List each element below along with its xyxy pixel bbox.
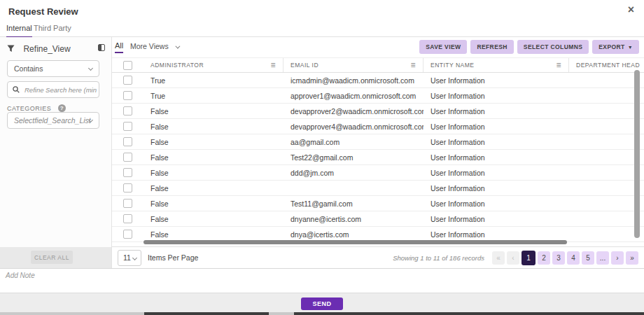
tab-third-party[interactable]: Third Party [34,21,71,37]
cell-department-head [569,104,644,118]
send-button[interactable]: SEND [301,298,343,310]
operator-select-value: Contains [14,64,43,73]
table-row[interactable]: False dnyanne@icertis.com User Informati… [112,211,644,227]
cell-email-id: dnya@icertis.com [284,227,424,241]
table-row[interactable]: False devapprover4@waadicm.onmicrosoft.c… [112,119,644,134]
table-row[interactable]: False Test11@gamil.com User Information [112,196,644,211]
first-page-button[interactable]: « [492,251,505,265]
note-area [0,268,644,293]
cell-department-head [569,196,644,211]
export-button[interactable]: EXPORT▼ [592,40,639,54]
refresh-button[interactable]: REFRESH [470,40,513,54]
help-icon[interactable]: ? [58,104,66,112]
next-page-button[interactable]: › [611,251,624,265]
table-row[interactable]: True icmadmin@waadicm.onmicrosoft.com Us… [112,73,644,88]
add-note-input[interactable] [0,269,644,293]
cell-department-head [569,150,644,164]
row-checkbox-cell [112,88,144,103]
page-buttons: 12345... [522,251,609,265]
row-checkbox[interactable] [123,76,132,85]
row-checkbox[interactable] [123,199,132,208]
operator-select[interactable]: Contains [7,60,99,77]
row-checkbox-cell [112,211,144,226]
cell-administrator: True [144,73,284,88]
row-checkbox[interactable] [123,214,132,223]
page-number-button[interactable]: 4 [567,251,580,265]
categories-select[interactable]: Selectfield_Search_List [7,112,99,129]
table-row[interactable]: False User Information [112,181,644,196]
cell-email-id: icmadmin@waadicm.onmicrosoft.com [284,73,424,88]
categories-row: CATEGORIES ? [7,102,66,110]
horizontal-scrollbar[interactable] [144,240,567,244]
row-checkbox[interactable] [123,106,132,115]
page-size-wrap: 11 Items Per Page [118,250,198,266]
cell-email-id: dnyanne@icertis.com [284,211,424,226]
last-page-button[interactable]: » [626,251,638,265]
column-header-administrator[interactable]: ADMINISTRATOR ≡ [144,58,284,72]
column-header-label: ADMINISTRATOR [150,62,204,69]
cell-administrator: False [144,165,284,180]
categories-label: CATEGORIES [7,105,51,112]
cell-department-head [569,165,644,180]
column-header-email-id[interactable]: EMAIL ID ≡ [284,58,424,72]
page-number-button[interactable]: 1 [522,251,536,265]
column-menu-icon[interactable]: ≡ [410,61,416,69]
cell-entity-name: User Information [424,181,569,195]
prev-page-button[interactable]: ‹ [507,251,519,265]
cell-email-id: Test11@gamil.com [284,196,424,211]
select-all-checkbox[interactable] [123,61,132,70]
refine-header: Refine_View [7,42,107,55]
table-footer: 11 Items Per Page Showing 1 to 11 of 186… [112,246,644,268]
column-menu-icon[interactable]: ≡ [556,61,561,69]
cell-entity-name: User Information [424,196,569,211]
cell-entity-name: User Information [424,211,569,226]
table-row[interactable]: False ddd@jm.com User Information [112,165,644,181]
row-checkbox[interactable] [123,183,132,192]
page-size-select[interactable]: 11 [118,250,141,266]
row-checkbox[interactable] [123,91,132,100]
row-checkbox[interactable] [123,122,132,131]
row-checkbox[interactable] [123,153,132,162]
page-number-button[interactable]: 2 [538,251,550,265]
header-checkbox-cell [112,58,144,72]
cell-administrator: True [144,88,284,103]
page-title: Request Review [8,6,78,17]
sidebar-footer: CLEAR ALL [0,247,111,268]
row-checkbox-cell [112,134,144,149]
view-tab-all[interactable]: All [115,41,123,53]
search-icon [13,86,20,93]
more-views-dropdown[interactable]: More Views [130,42,178,50]
table-row[interactable]: False Test22@gmail.com User Information [112,150,644,165]
vertical-scrollbar[interactable] [634,70,640,238]
page-number-button[interactable]: ... [596,251,609,265]
cell-department-head [569,119,644,134]
select-columns-button[interactable]: SELECT COLUMNS [517,40,589,54]
table-row[interactable]: False devapprover2@waadicm.onmicrosoft.c… [112,104,644,119]
column-header-entity-name[interactable]: ENTITY NAME ≡ [424,58,569,72]
close-icon[interactable]: × [628,4,634,15]
page-number-button[interactable]: 3 [552,251,565,265]
cell-email-id [284,181,424,195]
refine-search-input[interactable] [24,82,97,97]
grid-toolbar: All More Views SAVE VIEW REFRESH SELECT … [112,37,644,57]
tab-internal[interactable]: Internal [6,21,32,37]
save-view-button[interactable]: SAVE VIEW [419,40,467,54]
pagination: Showing 1 to 11 of 186 records « ‹ 12345… [393,251,638,265]
row-checkbox[interactable] [123,168,132,177]
column-header-department-head[interactable]: DEPARTMENT HEAD [569,58,644,72]
cell-email-id: Test22@gmail.com [284,150,424,164]
cell-administrator: False [144,150,284,164]
table-row[interactable]: True approver1@waadicm.onmicrosoft.com U… [112,88,644,104]
items-per-page-label: Items Per Page [148,253,198,262]
page-number-button[interactable]: 5 [582,251,594,265]
table-row[interactable]: False aa@gmail.com User Information [112,134,644,150]
clear-all-button[interactable]: CLEAR ALL [31,251,73,264]
row-checkbox[interactable] [123,230,132,239]
cell-department-head [569,227,644,241]
table-body: True icmadmin@waadicm.onmicrosoft.com Us… [112,73,644,242]
collapse-sidebar-icon[interactable] [98,44,105,51]
column-menu-icon[interactable]: ≡ [270,61,276,69]
row-checkbox[interactable] [123,137,132,146]
refine-view-title: Refine_View [23,44,70,54]
cell-administrator: False [144,227,284,241]
